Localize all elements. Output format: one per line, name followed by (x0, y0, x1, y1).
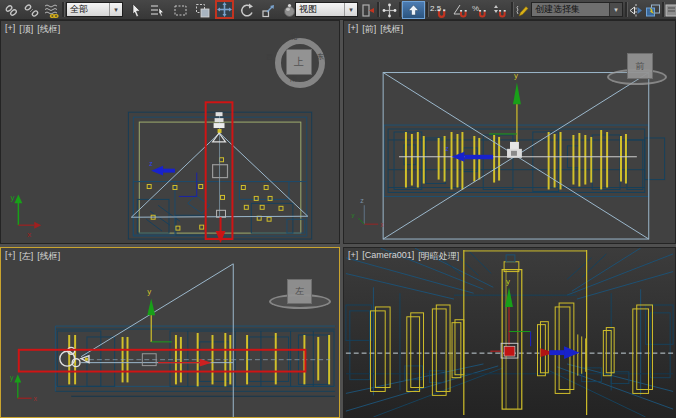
named-selection-sets-value: 创建选择集 (532, 3, 609, 16)
unlink-selection-icon[interactable] (22, 1, 40, 19)
selection-filter-value: 全部 (67, 3, 109, 16)
viewcube-top-face[interactable]: 上 (286, 49, 312, 75)
viewport-camera[interactable]: y [+] [Camera001] [明暗处理] (343, 247, 676, 418)
select-by-name-icon[interactable] (148, 1, 166, 19)
viewport-label: [+] [顶] [线框] (5, 23, 60, 36)
viewport-top[interactable]: z y x [+] [顶] [线框] 上 北 东 南 西 (0, 20, 340, 244)
select-object-icon[interactable] (127, 1, 145, 19)
viewport-menu[interactable]: [+] (5, 250, 15, 263)
y-axis-label: y (506, 277, 510, 286)
axis-tripod: y x (10, 193, 41, 239)
x-axis-label: x (27, 230, 31, 239)
compass-east[interactable]: 东 (317, 52, 324, 62)
compass-west[interactable]: 西 (266, 52, 273, 62)
snaps-toggle-icon[interactable]: 2.5 (429, 1, 449, 19)
y-axis-label: y (147, 287, 151, 296)
edit-named-selection-sets-icon[interactable] (514, 1, 529, 19)
percent-glyph: % (472, 4, 479, 13)
viewport-menu[interactable]: [+] (348, 250, 358, 263)
axis-tripod: y x (10, 374, 38, 402)
x-axis-label: x (34, 395, 38, 402)
mirror-icon[interactable] (628, 1, 644, 19)
helper-line (179, 173, 197, 197)
scene-lights (147, 158, 283, 230)
y-axis-label: y (514, 71, 518, 80)
z-axis-label: z (446, 145, 449, 152)
scene-objects-yellow (406, 130, 626, 189)
viewport-camera-canvas[interactable]: y (344, 248, 675, 417)
move-gizmo[interactable]: y (490, 277, 579, 359)
viewport-menu[interactable]: [+] (5, 23, 15, 36)
main-toolbar: 全部 ▾ 视图 ▾ (0, 0, 676, 20)
chevron-down-icon: ▾ (109, 3, 122, 16)
viewport-shading-mode[interactable]: [明暗处理] (418, 250, 459, 263)
viewcube-compass[interactable]: 上 北 东 南 西 (273, 36, 327, 90)
room-wireframe (55, 326, 335, 396)
use-pivot-point-center-icon[interactable] (360, 1, 375, 19)
window-crossing-toggle-icon[interactable] (193, 1, 211, 19)
viewport-shading-mode[interactable]: [线框] (380, 23, 403, 36)
viewcube-left-face[interactable]: 左 (287, 279, 312, 304)
move-gizmo-z[interactable]: z (149, 160, 175, 176)
chevron-down-icon: ▾ (344, 3, 357, 16)
viewport-view-name[interactable]: [前] (362, 23, 376, 36)
viewport-view-name[interactable]: [顶] (19, 23, 33, 36)
viewport-shading-mode[interactable]: [线框] (37, 23, 60, 36)
y-axis-label: y (351, 212, 354, 218)
select-and-scale-icon[interactable] (259, 1, 277, 19)
selected-column[interactable] (502, 255, 522, 409)
spinner-snap-toggle-icon[interactable] (490, 1, 508, 19)
bind-to-space-warp-icon[interactable] (42, 1, 60, 19)
select-and-manipulate-icon[interactable] (380, 1, 398, 19)
viewport-left-active[interactable]: y y x [+] [左] [线框] 左 (0, 247, 340, 418)
compass-north[interactable]: 北 (290, 32, 297, 42)
viewport-left-canvas[interactable]: y y x (1, 248, 339, 417)
chevron-down-icon: ▾ (609, 3, 622, 16)
selection-filter-dropdown[interactable]: 全部 ▾ (66, 2, 123, 17)
scene-objects-yellow (370, 250, 652, 415)
viewport-view-name[interactable]: [Camera001] (362, 250, 414, 263)
y-axis-label: y (10, 374, 14, 382)
viewport-view-name[interactable]: [左] (19, 250, 33, 263)
select-and-rotate-icon[interactable] (237, 1, 255, 19)
camera-icon[interactable] (507, 142, 522, 158)
named-selection-sets-dropdown[interactable]: 创建选择集 ▾ (531, 2, 623, 17)
viewport-front[interactable]: y z z x y [+] [前] [线框] 前 (343, 20, 676, 244)
axis-tripod: z x y (351, 197, 384, 228)
select-and-move-button[interactable] (215, 0, 234, 19)
viewcube-front-face[interactable]: 前 (627, 53, 653, 79)
dummy-helper-box[interactable] (213, 165, 228, 178)
selection-rectangle (206, 102, 233, 239)
viewport-label: [+] [前] [线框] (348, 23, 403, 36)
layer-manager-icon[interactable] (665, 1, 676, 19)
reference-coordinate-dropdown[interactable]: 视图 ▾ (295, 2, 358, 17)
z-axis-label: z (360, 197, 364, 204)
reference-coordinate-value: 视图 (296, 3, 344, 16)
select-and-link-icon[interactable] (2, 1, 20, 19)
viewport-label: [+] [左] [线框] (5, 250, 60, 263)
viewport-shading-mode[interactable]: [线框] (37, 250, 60, 263)
x-axis-label: x (380, 221, 384, 228)
compass-south[interactable]: 南 (290, 74, 297, 84)
percent-snap-toggle-icon[interactable]: % (470, 1, 488, 19)
y-axis-label: y (10, 193, 14, 202)
align-icon[interactable] (645, 1, 661, 19)
keyboard-shortcut-override-button[interactable] (402, 1, 425, 19)
angle-snap-toggle-icon[interactable] (451, 1, 469, 19)
z-axis-label: z (149, 160, 153, 167)
viewport-label: [+] [Camera001] [明暗处理] (348, 250, 459, 263)
rectangular-selection-region-icon[interactable] (171, 1, 189, 19)
toolbar-separator (62, 2, 65, 17)
viewport-menu[interactable]: [+] (348, 23, 358, 36)
viewport-front-canvas[interactable]: y z z x y (344, 21, 675, 243)
